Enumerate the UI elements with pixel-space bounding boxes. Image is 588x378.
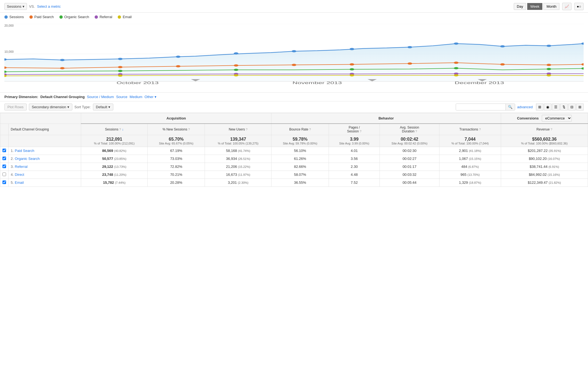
sort-arrow: ▾ [108, 105, 110, 109]
row-checkbox[interactable] [2, 157, 6, 160]
transactions-header[interactable]: Transactions ? [439, 124, 501, 135]
pct-new-sessions-header[interactable]: % New Sessions ? [147, 124, 205, 135]
legend-email[interactable]: Email [118, 15, 132, 19]
avg-session-header[interactable]: Avg. SessionDuration ? [380, 124, 439, 135]
sort-type-dropdown[interactable]: Default ▾ [93, 104, 113, 110]
legend-sessions[interactable]: Sessions [4, 15, 24, 19]
new-users-cell: 36,934 (26.51%) [205, 155, 271, 163]
organic-search-legend-label: Organic Search [64, 15, 89, 19]
top-controls: Sessions ▾ VS. Select a metric Day Week … [0, 0, 588, 13]
bounce-rate-header[interactable]: Bounce Rate ? [271, 124, 329, 135]
ecommerce-select[interactable]: eCommerce [542, 115, 572, 122]
bounce-rate-cell: 56.10% [271, 147, 329, 155]
column-header-row: Default Channel Grouping Sessions ? ↓ % … [0, 124, 588, 135]
transactions-cell: 2,901 (41.18%) [439, 147, 501, 155]
select-metric-link[interactable]: Select a metric [37, 4, 61, 9]
channel-link[interactable]: Email [15, 180, 24, 185]
revenue-cell: $84,992.02 (15.16%) [501, 171, 588, 179]
week-button[interactable]: Week [527, 3, 542, 10]
active-dimension: Default Channel Grouping [40, 95, 85, 99]
chart-legend: Sessions Paid Search Organic Search Refe… [0, 13, 588, 21]
revenue-cell: $90,102.20 (16.07%) [501, 155, 588, 163]
new-users-header[interactable]: New Users ? [205, 124, 271, 135]
month-button[interactable]: Month [543, 3, 559, 10]
totals-row: 212,091 % of Total: 100.00% (212,091) 65… [0, 135, 588, 147]
pages-session-header[interactable]: Pages /Session ? [329, 124, 380, 135]
svg-point-21 [350, 63, 354, 65]
svg-point-4 [60, 59, 65, 61]
sessions-legend-label: Sessions [9, 15, 24, 19]
row-number: 5. [11, 180, 14, 185]
row-checkbox[interactable] [2, 180, 6, 184]
revenue-header[interactable]: Revenue ? [501, 124, 588, 135]
behavior-group-header: Behavior [271, 113, 501, 124]
svg-text:October 2013: October 2013 [117, 81, 159, 84]
checkbox-header [0, 124, 9, 135]
legend-organic-search[interactable]: Organic Search [59, 15, 89, 19]
transactions-cell: 1,329 (18.87%) [439, 179, 501, 187]
pie-view-button[interactable]: ◉ [544, 104, 551, 110]
sessions-header[interactable]: Sessions ? ↓ [81, 124, 148, 135]
avg-session-cell: 00:02:27 [380, 155, 439, 163]
day-button[interactable]: Day [514, 3, 526, 10]
advanced-link[interactable]: advanced [517, 105, 533, 109]
channel-link[interactable]: Paid Search [15, 149, 34, 153]
secondary-dimension-dropdown[interactable]: Secondary dimension ▾ [29, 104, 72, 110]
row-checkbox-cell[interactable] [0, 163, 9, 171]
svg-point-17 [118, 66, 123, 68]
svg-point-20 [292, 64, 296, 66]
bounce-rate-cell: 36.55% [271, 179, 329, 187]
row-checkbox[interactable] [2, 149, 6, 152]
source-link[interactable]: Source [116, 95, 127, 99]
table-row: 1.Paid Search86,569 (40.82%)67.19%58,168… [0, 147, 588, 155]
svg-point-18 [176, 65, 180, 67]
revenue-cell: $38,741.44 (6.91%) [501, 163, 588, 171]
search-button[interactable]: 🔍 [505, 104, 515, 110]
grid-view-button[interactable]: ⊞ [536, 104, 543, 110]
transactions-cell: 965 (13.70%) [439, 171, 501, 179]
channel-link[interactable]: Direct [15, 173, 24, 177]
new-users-help-icon: ? [246, 128, 248, 131]
row-number: 3. [11, 165, 14, 169]
data-table: Acquisition Behavior Conversions eCommer… [0, 113, 588, 187]
channel-link[interactable]: Referral [15, 165, 28, 169]
search-input[interactable] [456, 104, 505, 110]
conversions-group-header: Conversions eCommerce [501, 113, 588, 124]
row-checkbox-cell[interactable] [0, 155, 9, 163]
legend-paid-search[interactable]: Paid Search [29, 15, 54, 19]
totals-revenue: $560,602.36 % of Total: 100.00% ($560,60… [501, 135, 588, 147]
pages-session-cell: 2.30 [329, 163, 380, 171]
compare-view-button[interactable]: ⇅ [560, 104, 568, 110]
totals-bounce: 59.78% Site Avg: 59.78% (0.00%) [271, 135, 329, 147]
svg-point-5 [118, 58, 123, 60]
source-medium-link[interactable]: Source / Medium [87, 95, 114, 99]
svg-point-9 [350, 48, 354, 50]
pct-new-cell: 67.19% [147, 147, 205, 155]
channel-link[interactable]: Organic Search [15, 157, 40, 161]
detail-view-button[interactable]: ⊞ [576, 104, 584, 110]
revenue-help-icon: ? [551, 128, 552, 131]
avg-session-cell: 00:05:44 [380, 179, 439, 187]
dimension-bar: Primary Dimension: Default Channel Group… [0, 93, 588, 101]
list-view-button[interactable]: ☰ [552, 104, 560, 110]
scatter-chart-button[interactable]: ●○ [574, 3, 584, 10]
legend-referral[interactable]: Referral [95, 15, 112, 19]
svg-text:November 2013: November 2013 [292, 81, 342, 84]
sessions-dropdown[interactable]: Sessions ▾ [4, 3, 27, 10]
row-checkbox-cell[interactable] [0, 179, 9, 187]
plot-rows-button[interactable]: Plot Rows [4, 104, 27, 110]
sessions-sort-icon: ↓ [122, 127, 123, 131]
pivot-view-button[interactable]: ⊟ [568, 104, 576, 110]
new-users-cell: 58,168 (41.74%) [205, 147, 271, 155]
row-checkbox[interactable] [2, 173, 6, 176]
row-checkbox[interactable] [2, 165, 6, 168]
other-dropdown[interactable]: Other ▾ [145, 95, 156, 99]
row-checkbox-cell[interactable] [0, 171, 9, 179]
medium-link[interactable]: Medium [130, 95, 142, 99]
view-buttons: ⊞ ◉ ☰ ⇅ ⊟ ⊞ [536, 104, 584, 110]
row-checkbox-cell[interactable] [0, 147, 9, 155]
line-chart-button[interactable]: 📈 [562, 3, 571, 10]
totals-sessions: 212,091 % of Total: 100.00% (212,091) [81, 135, 148, 147]
row-number: 4. [11, 173, 14, 177]
totals-pages: 3.99 Site Avg: 3.99 (0.00%) [329, 135, 380, 147]
